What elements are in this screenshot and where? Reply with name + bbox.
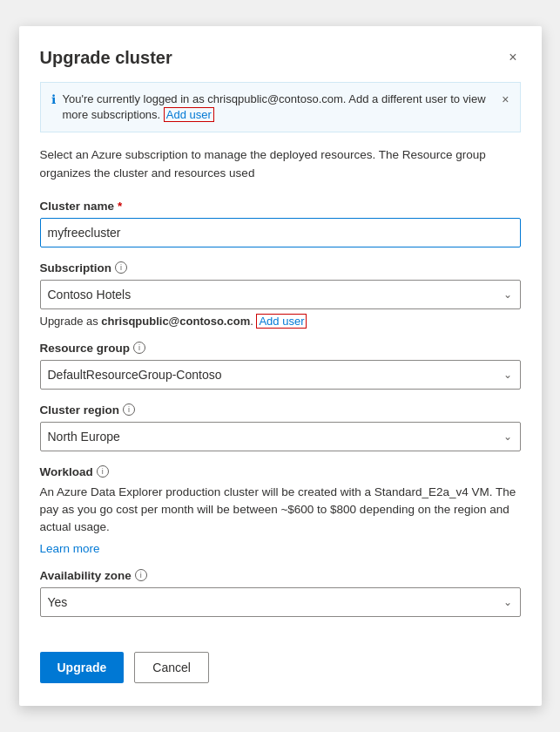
subscription-info-icon: i: [115, 261, 127, 274]
resource-group-info-icon: i: [133, 342, 145, 354]
cluster-name-label: Cluster name *: [40, 200, 521, 213]
subscription-upgrade-email: chrisqpublic@contoso.com: [101, 315, 250, 328]
dialog-title: Upgrade cluster: [40, 48, 172, 68]
banner-add-user-link[interactable]: Add user: [164, 107, 214, 122]
cluster-region-info-icon: i: [123, 403, 135, 416]
cluster-region-select-wrapper: North Europe ⌄: [40, 422, 521, 451]
info-banner-text: You're currently logged in as chrisqpubl…: [63, 92, 496, 123]
cluster-region-select[interactable]: North Europe: [40, 422, 521, 451]
workload-info-icon: i: [97, 465, 109, 478]
workload-field: Workload i An Azure Data Explorer produc…: [40, 465, 521, 555]
page-description: Select an Azure subscription to manage t…: [40, 146, 521, 182]
resource-group-select-wrapper: DefaultResourceGroup-Contoso ⌄: [40, 360, 521, 390]
cancel-button[interactable]: Cancel: [134, 652, 209, 683]
info-banner-left: ℹ You're currently logged in as chrisqpu…: [51, 92, 496, 123]
availability-zone-field: Availability zone i Yes ⌄: [40, 569, 521, 617]
availability-zone-label: Availability zone i: [40, 569, 521, 582]
dialog-close-button[interactable]: ×: [505, 47, 520, 68]
subscription-select[interactable]: Contoso Hotels: [40, 280, 521, 309]
cluster-name-field: Cluster name *: [40, 200, 521, 247]
subscription-field: Subscription i Contoso Hotels ⌄ Upgrade …: [40, 261, 521, 328]
workload-label: Workload i: [40, 465, 521, 478]
info-banner: ℹ You're currently logged in as chrisqpu…: [40, 82, 521, 132]
dialog-header: Upgrade cluster ×: [40, 47, 521, 68]
info-banner-icon: ℹ: [51, 92, 56, 106]
availability-zone-info-icon: i: [135, 569, 147, 581]
availability-zone-select-wrapper: Yes ⌄: [40, 587, 521, 617]
subscription-select-wrapper: Contoso Hotels ⌄: [40, 280, 521, 309]
upgrade-cluster-dialog: Upgrade cluster × ℹ You're currently log…: [19, 26, 542, 706]
availability-zone-select[interactable]: Yes: [40, 587, 521, 617]
resource-group-label: Resource group i: [40, 342, 521, 355]
resource-group-field: Resource group i DefaultResourceGroup-Co…: [40, 342, 521, 390]
workload-description: An Azure Data Explorer production cluste…: [40, 484, 521, 537]
subscription-upgrade-note: Upgrade as chrisqpublic@contoso.com. Add…: [40, 315, 521, 328]
required-star: *: [118, 200, 122, 213]
resource-group-select[interactable]: DefaultResourceGroup-Contoso: [40, 360, 521, 390]
cluster-region-field: Cluster region i North Europe ⌄: [40, 403, 521, 451]
banner-text-before: You're currently logged in as: [63, 92, 208, 105]
banner-email: chrisqpublic@contoso.com: [207, 92, 343, 105]
learn-more-link[interactable]: Learn more: [40, 542, 521, 555]
upgrade-button[interactable]: Upgrade: [40, 652, 125, 683]
footer-buttons: Upgrade Cancel: [40, 652, 521, 683]
cluster-region-label: Cluster region i: [40, 403, 521, 417]
subscription-label: Subscription i: [40, 261, 521, 274]
banner-close-button[interactable]: ×: [502, 92, 509, 106]
cluster-name-input[interactable]: [40, 218, 521, 247]
subscription-add-user-link[interactable]: Add user: [256, 314, 307, 329]
